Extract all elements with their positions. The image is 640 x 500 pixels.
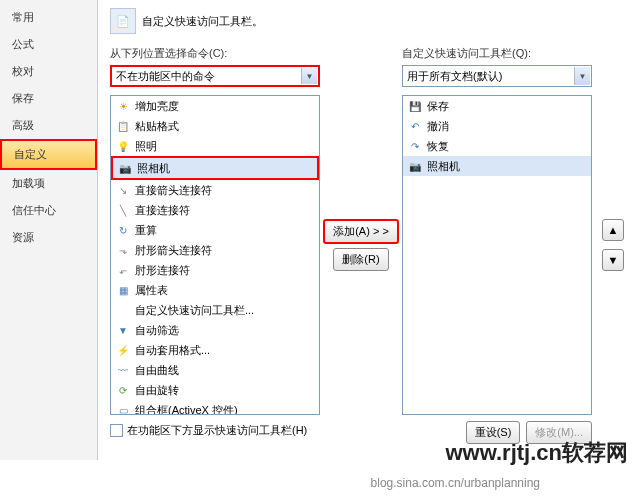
sidebar-item[interactable]: 自定义 — [0, 139, 97, 170]
list-item[interactable]: ▦属性表 — [111, 280, 319, 300]
item-icon: ▼ — [115, 322, 131, 338]
item-label: 照相机 — [137, 161, 170, 176]
item-icon: ↶ — [407, 118, 423, 134]
sidebar-item[interactable]: 高级 — [0, 112, 97, 139]
item-label: 肘形箭头连接符 — [135, 243, 212, 258]
target-dropdown[interactable]: 用于所有文档(默认) ▼ — [402, 65, 592, 87]
list-item[interactable]: ⟳自由旋转 — [111, 380, 319, 400]
list-item[interactable]: 💡照明 — [111, 136, 319, 156]
item-icon: ▦ — [115, 282, 131, 298]
source-dropdown[interactable]: 不在功能区中的命令 ▼ — [110, 65, 320, 87]
main-panel: 📄 自定义快速访问工具栏。 从下列位置选择命令(C): 不在功能区中的命令 ▼ … — [98, 0, 640, 460]
source-listbox[interactable]: ☀增加亮度📋粘贴格式💡照明📷照相机↘直接箭头连接符╲直接连接符↻重算⬎肘形箭头连… — [110, 95, 320, 415]
item-icon: ↘ — [115, 182, 131, 198]
panel-title: 自定义快速访问工具栏。 — [142, 14, 263, 29]
move-down-button[interactable]: ▼ — [602, 249, 624, 271]
item-icon: ☀ — [115, 98, 131, 114]
item-icon: ╲ — [115, 202, 131, 218]
item-label: 自由旋转 — [135, 383, 179, 398]
sidebar-item[interactable]: 常用 — [0, 4, 97, 31]
item-label: 属性表 — [135, 283, 168, 298]
target-label: 自定义快速访问工具栏(Q): — [402, 46, 592, 61]
list-item[interactable]: ⬐肘形连接符 — [111, 260, 319, 280]
remove-button[interactable]: 删除(R) — [333, 248, 388, 271]
target-listbox[interactable]: 💾保存↶撤消↷恢复📷照相机 — [402, 95, 592, 415]
list-item[interactable]: 〰自由曲线 — [111, 360, 319, 380]
item-label: 重算 — [135, 223, 157, 238]
item-icon: ▭ — [115, 402, 131, 415]
title-icon: 📄 — [110, 8, 136, 34]
show-below-ribbon-checkbox[interactable] — [110, 424, 123, 437]
item-icon: 📷 — [407, 158, 423, 174]
checkbox-label: 在功能区下方显示快速访问工具栏(H) — [127, 423, 307, 438]
item-icon: 💡 — [115, 138, 131, 154]
list-item[interactable]: ☀增加亮度 — [111, 96, 319, 116]
item-label: 粘贴格式 — [135, 119, 179, 134]
item-icon: ⟳ — [115, 382, 131, 398]
item-label: 照明 — [135, 139, 157, 154]
item-icon: 📷 — [117, 160, 133, 176]
sidebar-item[interactable]: 资源 — [0, 224, 97, 251]
list-item[interactable]: ⚡自动套用格式... — [111, 340, 319, 360]
sidebar-item[interactable]: 加载项 — [0, 170, 97, 197]
item-icon: ↻ — [115, 222, 131, 238]
list-item[interactable]: ↷恢复 — [403, 136, 591, 156]
list-item[interactable]: ⬎肘形箭头连接符 — [111, 240, 319, 260]
item-icon: ⚡ — [115, 342, 131, 358]
item-icon — [115, 302, 131, 318]
sidebar: 常用公式校对保存高级自定义加载项信任中心资源 — [0, 0, 98, 460]
item-icon: 💾 — [407, 98, 423, 114]
item-label: 照相机 — [427, 159, 460, 174]
item-label: 自动套用格式... — [135, 343, 210, 358]
list-item[interactable]: ↶撤消 — [403, 116, 591, 136]
item-label: 撤消 — [427, 119, 449, 134]
chevron-down-icon[interactable]: ▼ — [301, 68, 317, 84]
chevron-down-icon[interactable]: ▼ — [574, 67, 590, 85]
list-item[interactable]: ▼自动筛选 — [111, 320, 319, 340]
sidebar-item[interactable]: 保存 — [0, 85, 97, 112]
list-item[interactable]: ╲直接连接符 — [111, 200, 319, 220]
item-label: 自由曲线 — [135, 363, 179, 378]
item-label: 自动筛选 — [135, 323, 179, 338]
sidebar-item[interactable]: 公式 — [0, 31, 97, 58]
list-item[interactable]: 💾保存 — [403, 96, 591, 116]
add-button[interactable]: 添加(A) > > — [323, 219, 399, 244]
watermark-url: blog.sina.com.cn/urbanplanning — [371, 476, 540, 490]
sidebar-item[interactable]: 信任中心 — [0, 197, 97, 224]
watermark-text: www.rjtj.cn软荐网 — [445, 438, 628, 468]
item-label: 自定义快速访问工具栏... — [135, 303, 254, 318]
item-label: 组合框(ActiveX 控件) — [135, 403, 238, 416]
choose-from-label: 从下列位置选择命令(C): — [110, 46, 320, 61]
item-label: 肘形连接符 — [135, 263, 190, 278]
item-label: 恢复 — [427, 139, 449, 154]
list-item[interactable]: ▭组合框(ActiveX 控件) — [111, 400, 319, 415]
list-item[interactable]: 📷照相机 — [403, 156, 591, 176]
list-item[interactable]: 自定义快速访问工具栏... — [111, 300, 319, 320]
item-label: 保存 — [427, 99, 449, 114]
move-up-button[interactable]: ▲ — [602, 219, 624, 241]
sidebar-item[interactable]: 校对 — [0, 58, 97, 85]
item-icon: ⬐ — [115, 262, 131, 278]
list-item[interactable]: ↻重算 — [111, 220, 319, 240]
item-label: 直接箭头连接符 — [135, 183, 212, 198]
item-icon: ↷ — [407, 138, 423, 154]
list-item[interactable]: 📋粘贴格式 — [111, 116, 319, 136]
item-icon: ⬎ — [115, 242, 131, 258]
item-label: 增加亮度 — [135, 99, 179, 114]
item-label: 直接连接符 — [135, 203, 190, 218]
list-item[interactable]: ↘直接箭头连接符 — [111, 180, 319, 200]
item-icon: 〰 — [115, 362, 131, 378]
list-item[interactable]: 📷照相机 — [111, 156, 319, 180]
item-icon: 📋 — [115, 118, 131, 134]
